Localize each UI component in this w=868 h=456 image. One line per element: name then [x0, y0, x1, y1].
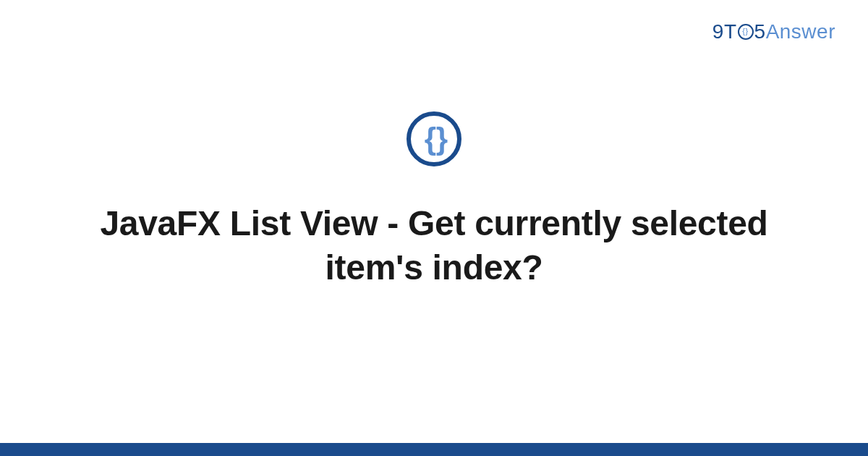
topic-icon-badge: { }: [407, 111, 461, 166]
main-content: { } JavaFX List View - Get currently sel…: [0, 0, 868, 456]
footer-accent-bar: [0, 443, 868, 456]
code-braces-icon: { }: [425, 124, 443, 154]
page-title: JavaFX List View - Get currently selecte…: [87, 201, 781, 290]
